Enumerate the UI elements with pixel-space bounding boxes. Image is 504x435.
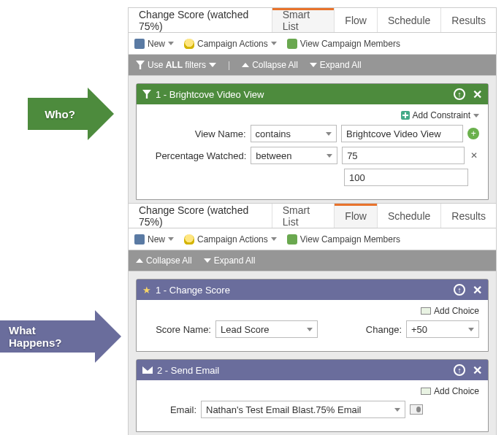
- tab-row: Change Score (watched 75%) Smart List Fl…: [129, 8, 496, 33]
- chevron-down-icon: [209, 63, 216, 67]
- bulb-icon: [184, 234, 194, 245]
- operator-select[interactable]: between: [251, 147, 337, 164]
- value-input[interactable]: Brightcove Video View: [341, 125, 463, 142]
- triangle-up-icon: [136, 258, 143, 263]
- value-from-input[interactable]: 75: [342, 147, 465, 164]
- constraint-row-percentage: Percentage Watched: between 75 ✕: [145, 147, 479, 164]
- bulb-icon: [184, 39, 194, 49]
- flow-step-card: 2 - Send Email ↑ ✕ Add Choice Email: Nat…: [136, 359, 489, 432]
- mail-icon: [142, 366, 153, 374]
- flow-step-body: Add Choice Email: Nathan's Test Email Bl…: [137, 380, 488, 431]
- tab-flow[interactable]: Flow: [334, 204, 377, 228]
- choice-icon: [421, 388, 431, 395]
- campaign-actions-menu[interactable]: Campaign Actions: [184, 234, 277, 245]
- new-menu[interactable]: New: [134, 39, 174, 49]
- separator: |: [228, 60, 230, 70]
- view-members-button[interactable]: View Campaign Members: [287, 234, 400, 245]
- chevron-down-icon: [473, 114, 479, 118]
- plus-icon: [401, 111, 410, 120]
- score-name-select[interactable]: Lead Score: [215, 320, 318, 338]
- flow-step-body: Add Choice Score Name: Lead Score Change…: [137, 300, 488, 351]
- star-icon: ★: [142, 285, 151, 296]
- filter-card-body: Add Constraint View Name: contains Brigh…: [137, 104, 488, 199]
- annotation-what-arrow: What Happens?: [0, 310, 121, 363]
- campaign-actions-menu[interactable]: Campaign Actions: [184, 39, 277, 49]
- score-row: Score Name: Lead Score Change: +50: [145, 320, 479, 338]
- add-choice-button[interactable]: Add Choice: [421, 386, 479, 396]
- change-value-select[interactable]: +50: [406, 320, 479, 338]
- field-label: Score Name:: [145, 324, 211, 335]
- step-title: 2 - Send Email: [157, 365, 219, 376]
- filter-bar: Collapse All Expand All: [129, 250, 496, 271]
- constraint-row-percentage-to: 100: [145, 169, 479, 186]
- flow-panel: Change Score (watched 75%) Smart List Fl…: [128, 203, 497, 435]
- filter-card-header: 1 - Brightcove Video View ↑ ✕: [137, 84, 488, 104]
- toolbar: New Campaign Actions View Campaign Membe…: [129, 33, 496, 55]
- tab-smart-list[interactable]: Smart List: [272, 204, 335, 228]
- funnel-icon: [142, 90, 151, 99]
- expand-all-button[interactable]: Expand All: [204, 255, 256, 266]
- close-button[interactable]: ✕: [473, 283, 482, 297]
- flow-workarea: ★1 - Change Score ↑ ✕ Add Choice Score N…: [129, 271, 496, 435]
- choice-icon: [421, 307, 431, 315]
- move-up-button[interactable]: ↑: [454, 88, 465, 100]
- add-choice-button[interactable]: Add Choice: [421, 306, 479, 316]
- email-row: Email: Nathan's Test Email Blast.75% Ema…: [145, 401, 479, 418]
- remove-constraint-button[interactable]: ✕: [469, 150, 479, 161]
- field-label: Change:: [351, 324, 402, 335]
- new-menu[interactable]: New: [134, 234, 174, 245]
- tab-flow[interactable]: Flow: [334, 8, 377, 32]
- chevron-down-icon: [271, 237, 277, 241]
- tab-schedule[interactable]: Schedule: [377, 8, 440, 32]
- preview-button[interactable]: [410, 404, 423, 415]
- operator-select[interactable]: contains: [251, 125, 337, 142]
- tab-results[interactable]: Results: [440, 204, 496, 228]
- funnel-icon: [136, 61, 145, 69]
- close-button[interactable]: ✕: [473, 363, 482, 377]
- filter-logic-menu[interactable]: Use ALL filters: [136, 60, 216, 70]
- triangle-down-icon: [310, 63, 317, 67]
- annotation-label: Who?: [28, 98, 88, 130]
- disk-icon: [134, 39, 145, 49]
- close-button[interactable]: ✕: [473, 88, 482, 101]
- people-icon: [287, 39, 297, 49]
- add-value-button[interactable]: +: [467, 128, 479, 139]
- move-up-button[interactable]: ↑: [454, 284, 465, 296]
- tab-results[interactable]: Results: [440, 8, 496, 32]
- arrow-head-icon: [95, 310, 121, 363]
- constraint-row-view-name: View Name: contains Brightcove Video Vie…: [145, 125, 479, 142]
- field-label: Email:: [145, 404, 196, 415]
- add-constraint-button[interactable]: Add Constraint: [401, 110, 479, 120]
- triangle-down-icon: [204, 258, 211, 263]
- flow-step-header: 2 - Send Email ↑ ✕: [137, 360, 488, 380]
- flow-step-header: ★1 - Change Score ↑ ✕: [137, 280, 488, 300]
- chevron-down-icon: [168, 237, 174, 241]
- smart-list-workarea: 1 - Brightcove Video View ↑ ✕ Add Constr…: [129, 75, 496, 215]
- tab-schedule[interactable]: Schedule: [377, 204, 440, 228]
- email-select[interactable]: Nathan's Test Email Blast.75% Email: [201, 401, 405, 418]
- chevron-down-icon: [168, 42, 174, 45]
- campaign-title: Change Score (watched 75%): [129, 8, 272, 32]
- collapse-all-button[interactable]: Collapse All: [242, 60, 298, 70]
- triangle-up-icon: [242, 63, 249, 67]
- filter-card: 1 - Brightcove Video View ↑ ✕ Add Constr…: [136, 83, 489, 200]
- step-title: 1 - Change Score: [156, 285, 230, 296]
- toolbar: New Campaign Actions View Campaign Membe…: [129, 228, 496, 250]
- filter-title: 1 - Brightcove Video View: [156, 89, 264, 100]
- flow-step-card: ★1 - Change Score ↑ ✕ Add Choice Score N…: [136, 279, 489, 352]
- expand-all-button[interactable]: Expand All: [310, 60, 362, 70]
- chevron-down-icon: [271, 42, 277, 45]
- people-icon: [287, 234, 297, 245]
- value-to-input[interactable]: 100: [344, 169, 468, 186]
- filter-bar: Use ALL filters | Collapse All Expand Al…: [129, 55, 496, 75]
- tab-row: Change Score (watched 75%) Smart List Fl…: [129, 204, 496, 228]
- disk-icon: [134, 234, 145, 245]
- view-members-button[interactable]: View Campaign Members: [287, 39, 400, 49]
- arrow-head-icon: [88, 88, 114, 140]
- annotation-who-arrow: Who?: [28, 88, 114, 140]
- campaign-title: Change Score (watched 75%): [129, 204, 272, 228]
- collapse-all-button[interactable]: Collapse All: [136, 255, 192, 266]
- annotation-label: What Happens?: [0, 320, 95, 353]
- move-up-button[interactable]: ↑: [454, 364, 465, 376]
- tab-smart-list[interactable]: Smart List: [272, 8, 335, 32]
